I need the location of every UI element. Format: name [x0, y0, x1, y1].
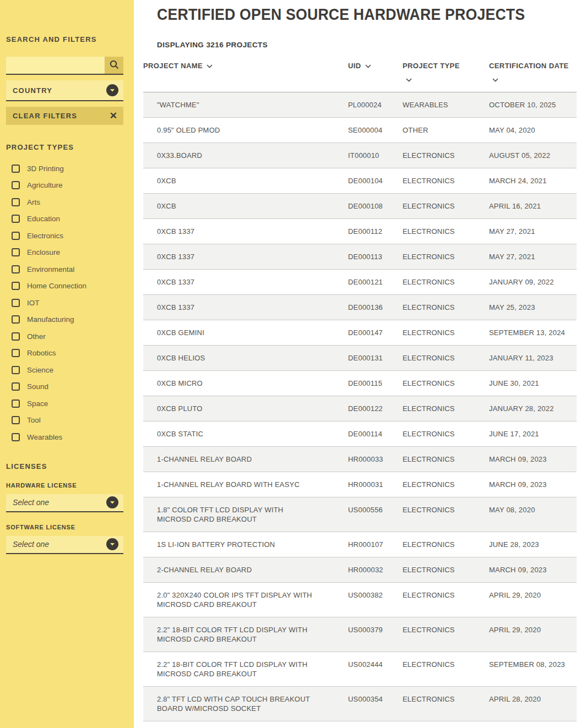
- table-row[interactable]: 0XCB 1337 DE000136 ELECTRONICS MAY 25, 2…: [143, 295, 577, 320]
- project-type-checkbox-item[interactable]: Tool: [6, 412, 123, 429]
- project-name-cell[interactable]: 0XCB PLUTO: [143, 396, 348, 421]
- checkbox-icon[interactable]: [12, 299, 20, 307]
- checkbox-icon[interactable]: [12, 349, 20, 357]
- checkbox-icon[interactable]: [12, 399, 20, 408]
- checkbox-icon[interactable]: [12, 315, 20, 324]
- sort-chevron-icon[interactable]: [492, 75, 569, 84]
- table-row[interactable]: 0.95" OLED PMOD SE000004 OTHER MAY 04, 2…: [143, 118, 577, 143]
- project-type-checkbox-item[interactable]: Robotics: [6, 345, 123, 362]
- table-row[interactable]: 2.2" 18-BIT COLOR TFT LCD DISPLAY WITH M…: [143, 617, 577, 652]
- table-row[interactable]: 0XCB HELIOS DE000131 ELECTRONICS JANUARY…: [143, 346, 577, 371]
- table-row[interactable]: 1.8" COLOR TFT LCD DISPLAY WITH MICROSD …: [143, 497, 577, 532]
- table-row[interactable]: 2.8" TFT TOUCH SHIELD FOR ARDUINO W/CAPA…: [143, 721, 577, 728]
- project-name-cell[interactable]: 0X33.BOARD: [143, 143, 348, 168]
- checkbox-icon[interactable]: [12, 248, 20, 256]
- project-type-checkbox-item[interactable]: Manufacturing: [6, 311, 123, 329]
- project-name-cell[interactable]: 1-CHANNEL RELAY BOARD WITH EASYC: [143, 472, 348, 497]
- table-row[interactable]: 2-CHANNEL RELAY BOARD HR000032 ELECTRONI…: [143, 557, 577, 583]
- project-name-cell[interactable]: 2.2" 18-BIT COLOR TFT LCD DISPLAY WITH M…: [143, 652, 348, 686]
- checkbox-icon[interactable]: [12, 332, 20, 341]
- project-name-cell[interactable]: 0XCB 1337: [143, 219, 348, 244]
- table-row[interactable]: 0XCB DE000108 ELECTRONICS APRIL 16, 2021: [143, 194, 577, 219]
- checkbox-icon[interactable]: [12, 366, 20, 374]
- project-name-cell[interactable]: 0XCB 1337: [143, 270, 348, 294]
- project-name-cell[interactable]: 2.0" 320X240 COLOR IPS TFT DISPLAY WITH …: [143, 583, 348, 617]
- uid-cell: US000379: [348, 617, 403, 652]
- project-type-checkbox-item[interactable]: Education: [6, 211, 123, 228]
- project-name-cell[interactable]: 0XCB 1337: [143, 295, 348, 320]
- sort-chevron-icon[interactable]: [406, 75, 481, 84]
- project-type-checkbox-item[interactable]: Home Connection: [6, 278, 123, 295]
- project-name-cell[interactable]: 1-CHANNEL RELAY BOARD: [143, 447, 348, 472]
- project-name-cell[interactable]: 2.8" TFT LCD WITH CAP TOUCH BREAKOUT BOA…: [143, 687, 348, 721]
- checkbox-icon[interactable]: [12, 382, 20, 391]
- checkbox-icon[interactable]: [12, 282, 20, 290]
- table-row[interactable]: 1-CHANNEL RELAY BOARD HR000033 ELECTRONI…: [143, 447, 577, 472]
- country-dropdown[interactable]: COUNTRY: [6, 80, 123, 101]
- table-row[interactable]: 0XCB 1337 DE000121 ELECTRONICS JANUARY 0…: [143, 270, 577, 295]
- project-type-checkbox-item[interactable]: 3D Printing: [6, 160, 123, 177]
- table-row[interactable]: 0XCB DE000104 ELECTRONICS MARCH 24, 2021: [143, 168, 577, 194]
- hardware-license-select[interactable]: Select one: [6, 494, 123, 512]
- checkbox-icon[interactable]: [12, 265, 20, 273]
- table-row[interactable]: 0XCB MICRO DE000115 ELECTRONICS JUNE 30,…: [143, 371, 577, 396]
- project-type-checkbox-item[interactable]: IOT: [6, 294, 123, 311]
- table-row[interactable]: 0XCB 1337 DE000113 ELECTRONICS MAY 27, 2…: [143, 244, 577, 270]
- software-license-select[interactable]: Select one: [6, 536, 123, 554]
- project-type-checkbox-item[interactable]: Wearables: [6, 429, 123, 446]
- checkbox-icon[interactable]: [12, 165, 20, 173]
- table-row[interactable]: 0XCB 1337 DE000112 ELECTRONICS MAY 27, 2…: [143, 219, 577, 244]
- project-name-cell[interactable]: 0XCB: [143, 194, 348, 218]
- project-name-cell[interactable]: 1.8" COLOR TFT LCD DISPLAY WITH MICROSD …: [143, 497, 348, 532]
- project-type-checkbox-item[interactable]: Environmental: [6, 261, 123, 278]
- project-type-checkbox-item[interactable]: Science: [6, 362, 123, 379]
- project-type-checkbox-item[interactable]: Enclosure: [6, 244, 123, 261]
- project-name-cell[interactable]: 0XCB GEMINI: [143, 320, 348, 345]
- project-name-cell[interactable]: 0.95" OLED PMOD: [143, 118, 348, 143]
- project-type-checkbox-item[interactable]: Arts: [6, 194, 123, 211]
- checkbox-icon[interactable]: [12, 181, 20, 189]
- project-type-checkbox-item[interactable]: Electronics: [6, 227, 123, 244]
- project-name-cell[interactable]: 0XCB STATIC: [143, 422, 348, 446]
- table-row[interactable]: 2.8" TFT LCD WITH CAP TOUCH BREAKOUT BOA…: [143, 687, 577, 721]
- sort-chevron-icon[interactable]: [365, 61, 371, 70]
- table-row[interactable]: 0XCB GEMINI DE000147 ELECTRONICS SEPTEMB…: [143, 320, 577, 346]
- project-name-cell[interactable]: 0XCB MICRO: [143, 371, 348, 396]
- table-row[interactable]: 2.0" 320X240 COLOR IPS TFT DISPLAY WITH …: [143, 583, 577, 617]
- project-type-checkbox-item[interactable]: Sound: [6, 379, 123, 396]
- licenses-heading: LICENSES: [6, 462, 123, 470]
- clear-filters-button[interactable]: CLEAR FILTERS ✕: [6, 107, 123, 125]
- table-row[interactable]: 2.2" 18-BIT COLOR TFT LCD DISPLAY WITH M…: [143, 652, 577, 687]
- search-input[interactable]: [6, 57, 105, 74]
- project-name-cell[interactable]: 1S LI-ION BATTERY PROTECTION: [143, 532, 348, 557]
- project-type-cell: ELECTRONICS: [403, 270, 489, 294]
- search-button[interactable]: [105, 57, 123, 74]
- checkbox-icon[interactable]: [12, 416, 20, 424]
- table-row[interactable]: 0XCB STATIC DE000114 ELECTRONICS JUNE 17…: [143, 422, 577, 447]
- checkbox-icon[interactable]: [12, 215, 20, 223]
- project-name-cell[interactable]: "WATCHME": [143, 92, 348, 117]
- project-name-cell[interactable]: 2.8" TFT TOUCH SHIELD FOR ARDUINO W/CAPA…: [143, 721, 348, 728]
- project-name-cell[interactable]: 0XCB: [143, 168, 348, 193]
- sort-chevron-icon[interactable]: [207, 61, 213, 70]
- project-name-cell[interactable]: 2-CHANNEL RELAY BOARD: [143, 557, 348, 582]
- project-name-cell[interactable]: 2.2" 18-BIT COLOR TFT LCD DISPLAY WITH M…: [143, 617, 348, 652]
- project-type-label: Manufacturing: [27, 315, 74, 324]
- table-row[interactable]: "WATCHME" PL000024 WEARABLES OCTOBER 10,…: [143, 92, 577, 118]
- checkbox-icon[interactable]: [12, 198, 20, 206]
- project-type-checkbox-item[interactable]: Other: [6, 328, 123, 345]
- project-type-label: Home Connection: [27, 282, 86, 290]
- uid-cell: HR000031: [348, 472, 403, 497]
- certification-date-cell: SEPTEMBER 13, 2024: [489, 320, 577, 345]
- table-row[interactable]: 0X33.BOARD IT000010 ELECTRONICS AUGUST 0…: [143, 143, 577, 168]
- checkbox-icon[interactable]: [12, 232, 20, 240]
- table-row[interactable]: 1S LI-ION BATTERY PROTECTION HR000107 EL…: [143, 532, 577, 557]
- project-name-cell[interactable]: 0XCB HELIOS: [143, 346, 348, 370]
- table-row[interactable]: 0XCB PLUTO DE000122 ELECTRONICS JANUARY …: [143, 396, 577, 422]
- project-name-cell[interactable]: 0XCB 1337: [143, 244, 348, 269]
- uid-cell: PL000024: [348, 92, 403, 117]
- table-row[interactable]: 1-CHANNEL RELAY BOARD WITH EASYC HR00003…: [143, 472, 577, 497]
- project-type-checkbox-item[interactable]: Agriculture: [6, 177, 123, 194]
- checkbox-icon[interactable]: [12, 433, 20, 441]
- project-type-checkbox-item[interactable]: Space: [6, 395, 123, 412]
